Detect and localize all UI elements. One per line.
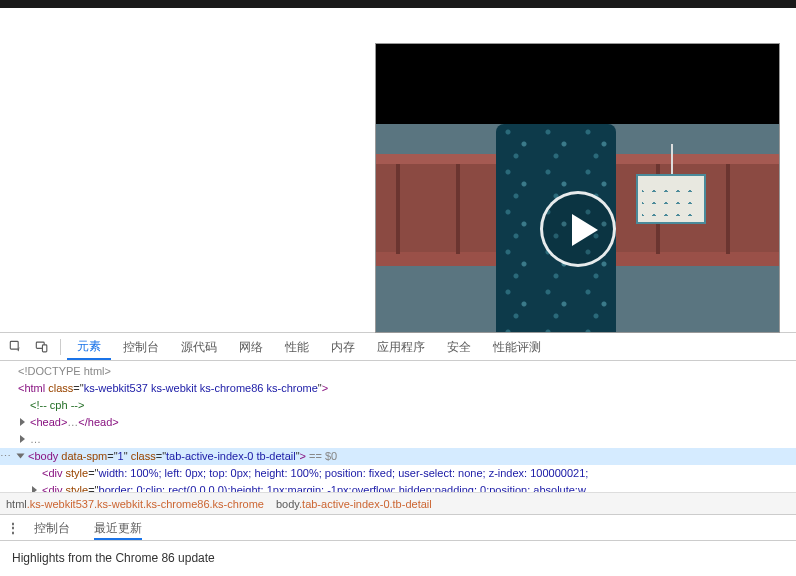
- devtools-panel: 元素 控制台 源代码 网络 性能 内存 应用程序 安全 性能评测 <!DOCTY…: [0, 332, 796, 576]
- tab-lighthouse[interactable]: 性能评测: [483, 333, 551, 361]
- drawer-menu-icon[interactable]: ⋮: [4, 521, 22, 535]
- video-player[interactable]: [375, 43, 780, 333]
- drawer-tab-console[interactable]: 控制台: [22, 515, 82, 541]
- tab-security[interactable]: 安全: [437, 333, 481, 361]
- elements-tree[interactable]: <!DOCTYPE html> <html class="ks-webkit53…: [0, 361, 796, 492]
- tab-sources[interactable]: 源代码: [171, 333, 227, 361]
- video-letterbox: [376, 44, 779, 124]
- play-button[interactable]: [540, 191, 616, 267]
- dom-div-2[interactable]: <div style="border: 0;clip: rect(0 0 0 0…: [0, 482, 796, 492]
- device-toolbar-icon[interactable]: [34, 339, 50, 355]
- dom-div-1[interactable]: <div style="width: 100%; left: 0px; top:…: [0, 465, 796, 482]
- breadcrumb[interactable]: html.ks-webkit537.ks-webkit.ks-chrome86.…: [0, 492, 796, 514]
- crumb-html[interactable]: html.ks-webkit537.ks-webkit.ks-chrome86.…: [6, 498, 264, 510]
- video-subject-bag: [636, 174, 706, 224]
- dom-head[interactable]: <head>…</head>: [0, 414, 796, 431]
- devtools-tabs: 元素 控制台 源代码 网络 性能 内存 应用程序 安全 性能评测: [0, 333, 796, 361]
- dom-html[interactable]: <html class="ks-webkit537 ks-webkit ks-c…: [0, 380, 796, 397]
- tab-application[interactable]: 应用程序: [367, 333, 435, 361]
- inspect-element-icon[interactable]: [8, 339, 24, 355]
- tab-memory[interactable]: 内存: [321, 333, 365, 361]
- drawer: ⋮ 控制台 最近更新 Highlights from the Chrome 86…: [0, 514, 796, 576]
- drawer-tabs: ⋮ 控制台 最近更新: [0, 515, 796, 541]
- tab-elements[interactable]: 元素: [67, 333, 111, 360]
- tab-performance[interactable]: 性能: [275, 333, 319, 361]
- crumb-body[interactable]: body.tab-active-index-0.tb-detail: [276, 498, 432, 510]
- divider: [60, 339, 61, 355]
- drawer-content: Highlights from the Chrome 86 update: [0, 541, 796, 575]
- video-still: [376, 124, 779, 333]
- tab-network[interactable]: 网络: [229, 333, 273, 361]
- dom-comment[interactable]: <!-- cph -->: [0, 397, 796, 414]
- page-viewport: [0, 8, 796, 332]
- svg-rect-0: [10, 341, 18, 349]
- svg-rect-2: [42, 344, 46, 351]
- dom-body-selected[interactable]: ⋯<body data-spm="1" class="tab-active-in…: [0, 448, 796, 465]
- dom-ellipsis[interactable]: …: [0, 431, 796, 448]
- window-topbar: [0, 0, 796, 8]
- tab-console[interactable]: 控制台: [113, 333, 169, 361]
- dom-doctype[interactable]: <!DOCTYPE html>: [0, 363, 796, 380]
- drawer-tab-whatsnew[interactable]: 最近更新: [82, 515, 154, 541]
